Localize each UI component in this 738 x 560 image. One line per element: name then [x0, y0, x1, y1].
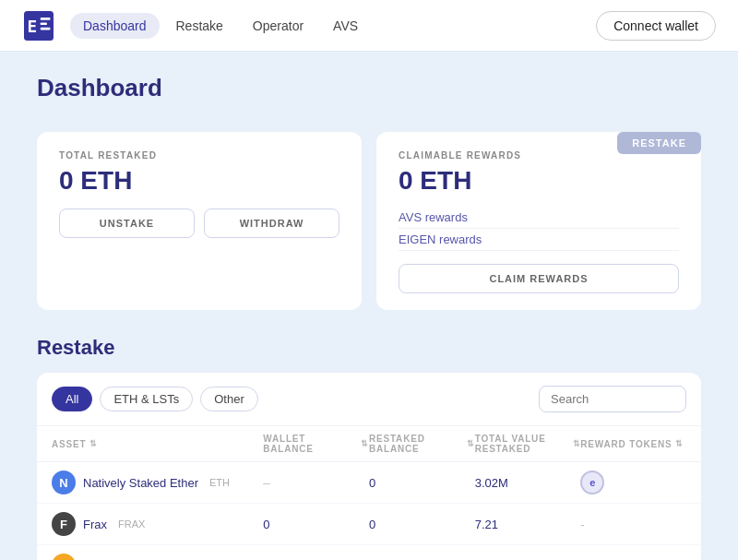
- nav-item-operator[interactable]: Operator: [240, 13, 316, 39]
- filter-bar: All ETH & LSTs Other: [37, 373, 701, 426]
- restake-title: Restake: [37, 336, 701, 360]
- restaked-balance-cell: 0: [369, 518, 475, 531]
- panel-actions-left: UNSTAKE WITHDRAW: [59, 209, 339, 238]
- wallet-balance-cell: –: [263, 476, 369, 490]
- asset-ticker: FRAX: [118, 518, 145, 530]
- svg-rect-3: [41, 22, 47, 25]
- asset-name: Natively Staked Ether: [83, 476, 198, 490]
- filter-other[interactable]: Other: [200, 387, 258, 411]
- asset-icon: S: [52, 554, 76, 560]
- claim-rewards-button[interactable]: CLAIM REWARDS: [399, 264, 679, 293]
- reward-token-cell: e: [580, 471, 686, 494]
- search-input[interactable]: [539, 386, 686, 412]
- nav-item-restake[interactable]: Restake: [163, 13, 236, 39]
- restake-section: Restake All ETH & LSTs Other ASSET ⇅ WAL…: [37, 336, 701, 560]
- asset-table: N Natively Staked Ether ETH – 0 3.02M e …: [37, 462, 701, 560]
- asset-cell: S Savings Dai sDAI: [52, 554, 263, 560]
- restaked-balance-cell: 0: [369, 476, 475, 490]
- claimable-rewards-panel: CLAIMABLE REWARDS 0 ETH AVS rewards EIGE…: [376, 132, 701, 310]
- filter-all[interactable]: All: [52, 387, 92, 411]
- claimable-rewards-value: 0 ETH: [399, 166, 679, 196]
- total-value-cell: 7.21: [475, 518, 581, 531]
- avs-rewards-label: AVS rewards: [399, 207, 679, 229]
- col-asset: ASSET ⇅: [52, 434, 263, 454]
- panel-actions-right: CLAIM REWARDS: [399, 264, 679, 293]
- sort-icon-rewards: ⇅: [675, 439, 684, 448]
- main-content: Dashboard RESTAKE TOTAL RESTAKED 0 ETH U…: [0, 52, 738, 560]
- col-restaked-balance: RESTAKED BALANCE ⇅: [369, 434, 475, 454]
- connect-wallet-button[interactable]: Connect wallet: [596, 11, 716, 41]
- table-row[interactable]: S Savings Dai sDAI 0 0 4.15K -: [37, 545, 701, 560]
- navbar: E Dashboard Restake Operator AVS Connect…: [0, 0, 738, 52]
- logo: E: [22, 9, 55, 42]
- col-reward-tokens: REWARD TOKENS ⇅: [580, 434, 686, 454]
- table-row[interactable]: F Frax FRAX 0 0 7.21 -: [37, 504, 701, 545]
- filter-eth-lsts[interactable]: ETH & LSTs: [100, 387, 193, 411]
- nav-links: Dashboard Restake Operator AVS: [70, 13, 596, 39]
- restake-card: All ETH & LSTs Other ASSET ⇅ WALLET BALA…: [37, 373, 701, 560]
- reward-token-empty: -: [580, 518, 686, 531]
- page-title: Dashboard: [37, 74, 162, 102]
- total-value-cell: 3.02M: [475, 476, 581, 490]
- restake-badge[interactable]: RESTAKE: [617, 132, 701, 154]
- svg-rect-2: [41, 18, 51, 20]
- asset-ticker: ETH: [209, 477, 230, 488]
- nav-item-dashboard[interactable]: Dashboard: [70, 13, 160, 39]
- table-row[interactable]: N Natively Staked Ether ETH – 0 3.02M e: [37, 462, 701, 504]
- sort-icon-restaked: ⇅: [467, 439, 475, 448]
- asset-cell: F Frax FRAX: [52, 512, 263, 536]
- col-total-value: TOTAL VALUE RESTAKED ⇅: [475, 434, 581, 454]
- dashboard-panels: RESTAKE TOTAL RESTAKED 0 ETH UNSTAKE WIT…: [37, 132, 701, 310]
- total-restaked-value: 0 ETH: [59, 166, 339, 196]
- eigen-rewards-label: EIGEN rewards: [399, 229, 679, 251]
- sort-icon-total: ⇅: [573, 439, 581, 448]
- asset-icon: N: [52, 471, 76, 494]
- table-header: ASSET ⇅ WALLET BALANCE ⇅ RESTAKED BALANC…: [37, 426, 701, 462]
- reward-icon: e: [580, 471, 604, 494]
- nav-item-avs[interactable]: AVS: [320, 13, 371, 39]
- col-wallet-balance: WALLET BALANCE ⇅: [263, 434, 369, 454]
- total-restaked-panel: TOTAL RESTAKED 0 ETH UNSTAKE WITHDRAW: [37, 132, 362, 310]
- svg-rect-4: [41, 27, 51, 30]
- asset-name: Frax: [83, 518, 107, 531]
- wallet-balance-cell: 0: [263, 518, 369, 531]
- withdraw-button[interactable]: WITHDRAW: [204, 209, 339, 238]
- svg-text:E: E: [28, 18, 38, 36]
- asset-icon: F: [52, 512, 76, 536]
- sort-icon-asset: ⇅: [89, 439, 98, 448]
- total-restaked-label: TOTAL RESTAKED: [59, 150, 339, 161]
- unstake-button[interactable]: UNSTAKE: [59, 209, 195, 238]
- sort-icon-wallet: ⇅: [361, 439, 369, 448]
- asset-cell: N Natively Staked Ether ETH: [52, 471, 263, 494]
